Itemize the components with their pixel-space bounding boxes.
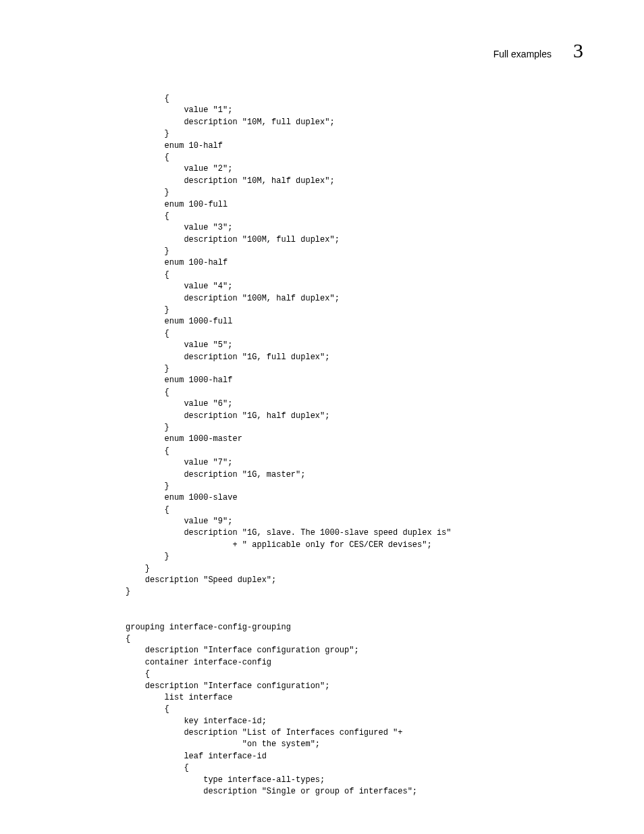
header-section-number: 3 <box>573 41 583 61</box>
page: Full examples 3 { value "1"; description… <box>0 0 644 834</box>
header-title: Full examples <box>493 49 552 59</box>
code-block: { value "1"; description "10M, full dupl… <box>61 93 583 798</box>
page-header: Full examples 3 <box>61 41 583 61</box>
